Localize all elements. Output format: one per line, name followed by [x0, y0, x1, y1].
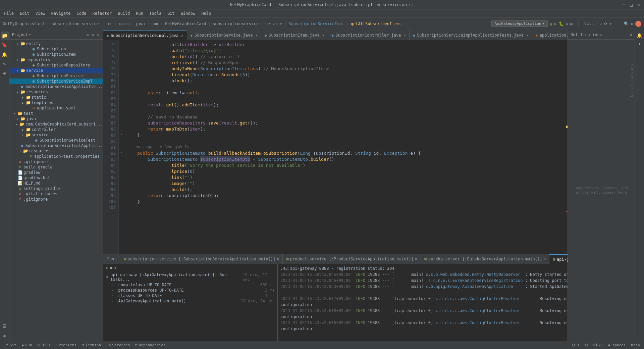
settings-notif-btn[interactable]: ⚙ [630, 33, 632, 37]
tree-subscriptionserviceimpl-class[interactable]: ● SubscriptionServiceImpl [9, 79, 103, 84]
folder-toggle[interactable]: ▾ [12, 112, 17, 115]
structure-btn[interactable]: ☰ [1, 322, 9, 330]
status-indent[interactable]: 4 spaces [607, 341, 627, 349]
folder-toggle[interactable]: ▶ [20, 96, 25, 99]
bc-class[interactable]: SubscriptionServiceImpl [288, 21, 344, 26]
bottom-tab-api-gateway[interactable]: api-gateway [:ApiGatewayApplication.main… [549, 254, 568, 264]
folder-toggle[interactable]: ▶ [20, 101, 25, 105]
git-check1[interactable]: ✓ [595, 21, 598, 26]
collapse-all-btn[interactable]: ≡ [86, 32, 90, 38]
menu-build[interactable]: Build [115, 10, 132, 16]
tree-repository-folder[interactable]: ▾ 📂 repository [9, 57, 103, 62]
tree-subscriptionitem-class[interactable]: ● SubscriptionItem [9, 52, 103, 57]
notifications-btn[interactable]: 🔔 [1, 50, 9, 58]
bookmarks2-btn[interactable]: ◈ [1, 332, 9, 340]
tree-controller-folder[interactable]: ▶ 📁 controller [9, 127, 103, 132]
menu-window[interactable]: Window [178, 10, 198, 16]
tab-close-btn[interactable]: ✕ [404, 33, 406, 38]
hide-panel-btn[interactable]: ✕ [96, 32, 100, 38]
coverage-btn[interactable]: ⊕ [566, 21, 568, 26]
tree-application-yaml[interactable]: ⊙ application.yaml [9, 105, 103, 111]
bottom-tab-product-service[interactable]: product-service [:ProductServiceApplicat… [283, 254, 421, 264]
status-encoding[interactable]: LF UTF-8 [584, 341, 604, 349]
notifications-right-btn[interactable]: 🔔 [636, 32, 644, 40]
window-controls[interactable]: ─ □ ✕ [621, 2, 641, 7]
folder-toggle[interactable]: ▾ [14, 122, 19, 126]
folder-toggle[interactable]: ▾ [15, 58, 20, 62]
tree-resources-test-folder[interactable]: ▾ 📂 resources [9, 148, 103, 154]
menu-refactor[interactable]: Refactor [90, 10, 114, 16]
folder-toggle[interactable]: ▾ [15, 117, 20, 121]
git-push-btn[interactable]: ↑ [609, 21, 612, 26]
status-position[interactable]: 93:1 [569, 341, 581, 349]
tree-gitignore-1[interactable]: ⊘ .gitignore [9, 159, 103, 164]
tree-service-folder[interactable]: ▾ 📂 service [9, 68, 103, 73]
menu-help[interactable]: Help [199, 10, 214, 16]
code-editor[interactable]: .uri(uriBuilder -> uriBuilder .path("/it… [124, 40, 562, 254]
tree-help-md[interactable]: 📝 HELP.md [9, 181, 103, 186]
maximize-btn[interactable]: □ [629, 2, 634, 7]
run-btn[interactable]: ▶ [554, 21, 556, 26]
status-services-btn[interactable]: ⊕ Services [107, 341, 131, 349]
menu-view[interactable]: View [33, 10, 48, 16]
tree-entity-folder[interactable]: ▾ 📂 entity [9, 41, 103, 46]
git-check2[interactable]: ✓ [600, 21, 602, 26]
tab-close-btn[interactable]: ✕ [181, 34, 183, 38]
bc-getmygraphicscard[interactable]: GetMyGraphicsCard [165, 21, 206, 26]
tab-close-btn[interactable]: ✕ [415, 257, 417, 261]
folder-toggle[interactable]: ▾ [20, 133, 25, 137]
bc-method[interactable]: getAllSubscribedItems [351, 21, 402, 26]
profile-btn[interactable]: ⊞ [570, 21, 573, 26]
run-again-btn[interactable]: ▶ [106, 265, 108, 270]
search-btn[interactable]: 🔍 [624, 21, 629, 26]
minimize-btn[interactable]: ─ [621, 2, 627, 7]
tab-close-btn[interactable]: ✕ [543, 257, 546, 261]
run-config-btn[interactable]: ApiGatewayApplication ▾ [491, 20, 548, 27]
tree-service-test-folder[interactable]: ▾ 📂 service [9, 132, 103, 138]
status-run-btn[interactable]: ▶ Run [20, 341, 34, 349]
tree-gitignore-2[interactable]: ⊘ .gitignore [9, 197, 103, 202]
tree-subscription-class[interactable]: ● Subscription [9, 46, 103, 52]
status-todo-btn[interactable]: ☑ TODO [36, 341, 51, 349]
commit-btn[interactable]: ✎ [1, 60, 9, 68]
tab-close-btn[interactable]: ✕ [322, 33, 325, 38]
tree-application-test-properties[interactable]: ⊙ application-test.properties [9, 154, 103, 159]
menu-navigate[interactable]: Navigate [49, 10, 73, 16]
tree-gitattributes[interactable]: ⊘ .gitattributes [9, 191, 103, 197]
tab-subscriptionserviceimpl[interactable]: ● SubscriptionServiceImpl.java ✕ [103, 31, 187, 40]
pull-requests-btn[interactable]: ⊙ [1, 69, 9, 77]
restart-btn[interactable]: ↺ [113, 265, 116, 270]
bc-service[interactable]: service [265, 21, 282, 26]
status-terminal-btn[interactable]: ⊞ Terminal [80, 341, 105, 349]
folder-toggle[interactable]: ▾ [15, 90, 20, 94]
ai-assistant-btn[interactable]: ✦ [636, 40, 644, 48]
tree-subscriptionservice-interface[interactable]: ◈ SubscriptionService [9, 73, 103, 79]
tab-subscriptioncontroller[interactable]: ● SubscriptionController.java ✕ [328, 31, 410, 40]
tree-subscriptionserviceapp-class[interactable]: ● SubscriptionServiceApplicatio... [9, 84, 103, 89]
tab-application-yaml[interactable]: ⊙ application.y... ✕ [532, 31, 568, 40]
menu-run[interactable]: Run [133, 10, 146, 16]
folder-toggle[interactable]: ▾ [15, 42, 20, 46]
tree-settings-gradle[interactable]: ⊙ settings.gradle [9, 186, 103, 191]
menu-file[interactable]: File [1, 10, 16, 16]
tree-java-folder[interactable]: ▾ 📂 java [9, 116, 103, 121]
tree-test-folder[interactable]: ▾ 📂 test [9, 111, 103, 116]
tree-subscriptionserviceimplapplic[interactable]: ● SubscriptionServiceImplApplic... [9, 143, 103, 148]
tree-resources-folder[interactable]: ▾ 📂 resources [9, 89, 103, 95]
menu-git[interactable]: Git [165, 10, 177, 16]
folder-toggle[interactable]: ▾ [15, 69, 20, 72]
bc-subscriptionservice[interactable]: subscriptionservice [213, 21, 259, 26]
folder-toggle[interactable]: ▶ [20, 128, 25, 132]
tab-subscriptionservice[interactable]: ◈ SubscriptionService.java ✕ [187, 31, 261, 40]
bottom-tab-eureka-server[interactable]: eureka-server [:EurekaServerApplication.… [421, 254, 549, 264]
bc-java[interactable]: java [135, 21, 145, 26]
tab-subscriptionitem[interactable]: ● SubscriptionItem.java ✕ [261, 31, 328, 40]
tab-subscriptionserviceimpltests[interactable]: ● SubscriptionServiceImplApplicationTest… [410, 31, 532, 40]
folder-toggle[interactable]: ▾ [17, 149, 23, 153]
menu-edit[interactable]: Edit [17, 10, 32, 16]
tab-close-btn[interactable]: ✕ [277, 257, 279, 261]
tree-gradlew[interactable]: 📄 gradlew [9, 170, 103, 175]
settings-btn[interactable]: ⚙ [631, 21, 633, 26]
bc-module[interactable]: subscription-service [50, 21, 99, 26]
menu-code[interactable]: Code [74, 10, 89, 16]
